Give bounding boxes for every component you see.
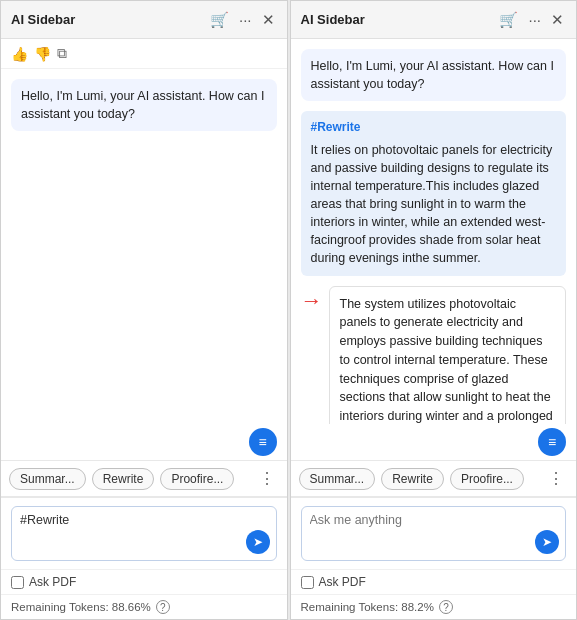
right-doc-icon-button[interactable]: ≡: [538, 428, 566, 456]
right-tokens-text: Remaining Tokens: 88.2%: [301, 601, 434, 613]
left-header-icons: 🛒 ··· ✕: [208, 10, 277, 29]
left-askpdf-checkbox[interactable]: [11, 576, 24, 589]
left-askpdf-label: Ask PDF: [29, 575, 76, 589]
right-greeting-bubble: Hello, I'm Lumi, your AI assistant. How …: [301, 49, 567, 101]
left-text-input[interactable]: #Rewrite: [20, 513, 268, 548]
left-panel-title: AI Sidebar: [11, 12, 75, 27]
left-panel-header: AI Sidebar 🛒 ··· ✕: [1, 1, 287, 39]
doc-icon-row: ≡: [1, 424, 287, 460]
left-help-icon[interactable]: ?: [156, 600, 170, 614]
thumbs-row: 👍 👎 ⧉: [1, 39, 287, 69]
left-proofread-button[interactable]: Proofire...: [160, 468, 234, 490]
left-send-button[interactable]: ➤: [246, 530, 270, 554]
right-send-button[interactable]: ➤: [535, 530, 559, 554]
left-rewrite-button[interactable]: Rewrite: [92, 468, 155, 490]
left-tokens-text: Remaining Tokens: 88.66%: [11, 601, 151, 613]
greeting-bubble: Hello, I'm Lumi, your AI assistant. How …: [11, 79, 277, 131]
left-quick-actions: Summar... Rewrite Proofire... ⋮: [1, 460, 287, 497]
right-quick-actions: Summar... Rewrite Proofire... ⋮: [291, 460, 577, 497]
thumbs-up-icon[interactable]: 👍: [11, 46, 28, 62]
right-chat-area: Hello, I'm Lumi, your AI assistant. How …: [291, 39, 577, 424]
left-input-wrapper: #Rewrite ➤: [11, 506, 277, 561]
right-input-area: ➤: [291, 497, 577, 569]
right-close-icon[interactable]: ✕: [549, 10, 566, 29]
left-askpdf-row: Ask PDF: [1, 569, 287, 594]
right-more-actions-button[interactable]: ⋮: [544, 467, 568, 490]
right-askpdf-checkbox[interactable]: [301, 576, 314, 589]
right-text-input[interactable]: [310, 513, 558, 548]
arrow-right-icon: →: [301, 288, 323, 314]
right-panel: AI Sidebar 🛒 ··· ✕ Hello, I'm Lumi, your…: [290, 0, 578, 620]
right-doc-icon-row: ≡: [291, 424, 577, 460]
right-help-icon[interactable]: ?: [439, 600, 453, 614]
cart-icon[interactable]: 🛒: [208, 10, 231, 29]
right-summarize-button[interactable]: Summar...: [299, 468, 376, 490]
right-panel-title: AI Sidebar: [301, 12, 365, 27]
rewrite-source-block: #Rewrite It relies on photovoltaic panel…: [301, 111, 567, 275]
doc-icon-button[interactable]: ≡: [249, 428, 277, 456]
left-panel: AI Sidebar 🛒 ··· ✕ 👍 👎 ⧉ Hello, I'm Lumi…: [0, 0, 288, 620]
left-chat-area: Hello, I'm Lumi, your AI assistant. How …: [1, 69, 287, 424]
left-input-area: #Rewrite ➤: [1, 497, 287, 569]
copy-icon[interactable]: ⧉: [57, 45, 67, 62]
left-tokens-row: Remaining Tokens: 88.66% ?: [1, 594, 287, 619]
right-panel-header: AI Sidebar 🛒 ··· ✕: [291, 1, 577, 39]
right-input-wrapper: ➤: [301, 506, 567, 561]
close-icon[interactable]: ✕: [260, 10, 277, 29]
arrow-result-row: → The system utilizes photovoltaic panel…: [301, 286, 567, 424]
right-askpdf-row: Ask PDF: [291, 569, 577, 594]
left-summarize-button[interactable]: Summar...: [9, 468, 86, 490]
right-askpdf-label: Ask PDF: [319, 575, 366, 589]
right-header-icons: 🛒 ··· ✕: [497, 10, 566, 29]
right-rewrite-button[interactable]: Rewrite: [381, 468, 444, 490]
right-tokens-row: Remaining Tokens: 88.2% ?: [291, 594, 577, 619]
left-more-actions-button[interactable]: ⋮: [255, 467, 279, 490]
right-more-icon[interactable]: ···: [526, 10, 543, 29]
right-cart-icon[interactable]: 🛒: [497, 10, 520, 29]
rewrite-tag: #Rewrite: [311, 119, 557, 136]
right-proofread-button[interactable]: Proofire...: [450, 468, 524, 490]
more-icon[interactable]: ···: [237, 10, 254, 29]
thumbs-down-icon[interactable]: 👎: [34, 46, 51, 62]
rewrite-source-text: It relies on photovoltaic panels for ele…: [311, 143, 553, 266]
rewrite-result-bubble: The system utilizes photovoltaic panels …: [329, 286, 567, 424]
